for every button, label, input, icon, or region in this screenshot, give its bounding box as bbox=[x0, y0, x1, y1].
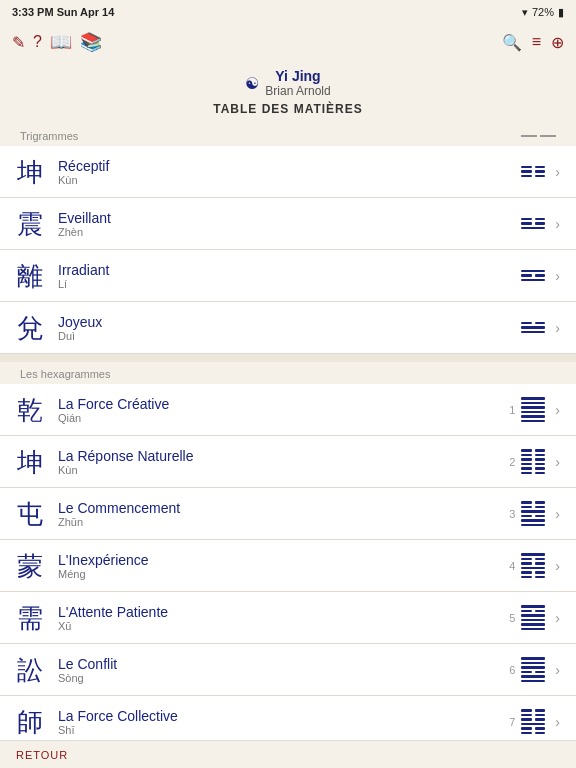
list-item[interactable]: 需 L'Attente Patiente Xū 5 › bbox=[0, 592, 576, 644]
hex-icon bbox=[521, 657, 545, 682]
item-pinyin: Zhūn bbox=[58, 516, 501, 528]
wifi-icon: ▾ bbox=[522, 6, 528, 19]
item-number: 3 bbox=[501, 508, 515, 520]
hex-icon bbox=[521, 501, 545, 526]
list-item[interactable]: 離 Irradiant Lí › bbox=[0, 250, 576, 302]
scroll-area[interactable]: Trigrammes 坤 Réceptif Kùn › 震 Eveillant … bbox=[0, 124, 576, 744]
search-icon[interactable]: 🔍 bbox=[502, 33, 522, 52]
edit-icon[interactable]: ✎ bbox=[12, 33, 25, 52]
item-right: 6 › bbox=[501, 657, 560, 682]
chinese-char: 需 bbox=[12, 605, 48, 631]
item-right: › bbox=[521, 268, 560, 284]
swipe-indicator bbox=[521, 135, 556, 137]
toolbar: ✎ ? 📖 📚 🔍 ≡ ⊕ bbox=[0, 24, 576, 60]
item-right: 2 › bbox=[501, 449, 560, 474]
item-name: La Réponse Naturelle bbox=[58, 448, 501, 464]
chinese-char: 坤 bbox=[12, 449, 48, 475]
item-number: 4 bbox=[501, 560, 515, 572]
chevron-right-icon: › bbox=[555, 402, 560, 418]
list-item[interactable]: 蒙 L'Inexpérience Méng 4 › bbox=[0, 540, 576, 592]
item-name: La Force Collective bbox=[58, 708, 501, 724]
chevron-right-icon: › bbox=[555, 714, 560, 730]
chevron-right-icon: › bbox=[555, 558, 560, 574]
book-open-icon[interactable]: 📖 bbox=[50, 31, 72, 53]
item-right: 1 › bbox=[501, 397, 560, 422]
item-number: 7 bbox=[501, 716, 515, 728]
battery-icon: ▮ bbox=[558, 6, 564, 19]
chinese-char: 離 bbox=[12, 263, 48, 289]
book-author: Brian Arnold bbox=[265, 84, 330, 98]
item-name: Le Conflit bbox=[58, 656, 501, 672]
item-right: › bbox=[521, 164, 560, 180]
bottom-bar: RETOUR bbox=[0, 740, 576, 768]
item-name: Le Commencement bbox=[58, 500, 501, 516]
item-pinyin: Méng bbox=[58, 568, 501, 580]
hex-icon bbox=[521, 605, 545, 630]
chevron-right-icon: › bbox=[555, 320, 560, 336]
list-item[interactable]: 屯 Le Commencement Zhūn 3 › bbox=[0, 488, 576, 540]
item-text: Réceptif Kùn bbox=[48, 158, 521, 186]
chinese-char: 乾 bbox=[12, 397, 48, 423]
item-name: Réceptif bbox=[58, 158, 521, 174]
menu-icon[interactable]: ≡ bbox=[532, 33, 541, 51]
chevron-right-icon: › bbox=[555, 164, 560, 180]
library-icon[interactable]: 📚 bbox=[80, 31, 102, 53]
section-header-trigrammes: Trigrammes bbox=[0, 124, 576, 146]
item-number: 6 bbox=[501, 664, 515, 676]
item-text: Le Conflit Sòng bbox=[48, 656, 501, 684]
chinese-char: 蒙 bbox=[12, 553, 48, 579]
item-right: › bbox=[521, 320, 560, 336]
circle-help-icon[interactable]: ⊕ bbox=[551, 33, 564, 52]
item-pinyin: Sòng bbox=[58, 672, 501, 684]
list-item[interactable]: 乾 La Force Créative Qián 1 › bbox=[0, 384, 576, 436]
list-item[interactable]: 兌 Joyeux Duì › bbox=[0, 302, 576, 354]
chevron-right-icon: › bbox=[555, 216, 560, 232]
item-text: L'Attente Patiente Xū bbox=[48, 604, 501, 632]
chevron-right-icon: › bbox=[555, 610, 560, 626]
item-pinyin: Zhèn bbox=[58, 226, 521, 238]
item-text: La Force Créative Qián bbox=[48, 396, 501, 424]
trigram-icon bbox=[521, 166, 545, 178]
item-pinyin: Kùn bbox=[58, 464, 501, 476]
book-symbol: ☯ bbox=[245, 74, 259, 93]
status-bar: 3:33 PM Sun Apr 14 ▾ 72% ▮ bbox=[0, 0, 576, 24]
section-label-trigrammes: Trigrammes bbox=[20, 130, 78, 142]
item-name: L'Attente Patiente bbox=[58, 604, 501, 620]
retour-button[interactable]: RETOUR bbox=[16, 749, 68, 761]
status-right: ▾ 72% ▮ bbox=[522, 6, 564, 19]
toolbar-left: ✎ ? 📖 📚 bbox=[12, 31, 102, 53]
list-item[interactable]: 師 La Force Collective Shī 7 › bbox=[0, 696, 576, 744]
section-header-hexagrammes: Les hexagrammes bbox=[0, 362, 576, 384]
item-number: 2 bbox=[501, 456, 515, 468]
toc-title: TABLE DES MATIÈRES bbox=[0, 98, 576, 120]
trigram-icon bbox=[521, 322, 545, 334]
item-text: Irradiant Lí bbox=[48, 262, 521, 290]
section-divider bbox=[0, 354, 576, 362]
item-text: La Force Collective Shī bbox=[48, 708, 501, 736]
help-icon[interactable]: ? bbox=[33, 33, 42, 51]
trigram-icon bbox=[521, 270, 545, 282]
item-text: L'Inexpérience Méng bbox=[48, 552, 501, 580]
chevron-right-icon: › bbox=[555, 662, 560, 678]
item-pinyin: Duì bbox=[58, 330, 521, 342]
item-right: 4 › bbox=[501, 553, 560, 578]
item-number: 1 bbox=[501, 404, 515, 416]
item-pinyin: Qián bbox=[58, 412, 501, 424]
item-number: 5 bbox=[501, 612, 515, 624]
item-text: La Réponse Naturelle Kùn bbox=[48, 448, 501, 476]
book-title: Yi Jing bbox=[265, 68, 330, 84]
item-name: Irradiant bbox=[58, 262, 521, 278]
book-header: ☯ Yi Jing Brian Arnold TABLE DES MATIÈRE… bbox=[0, 60, 576, 124]
list-item[interactable]: 訟 Le Conflit Sòng 6 › bbox=[0, 644, 576, 696]
list-item[interactable]: 坤 Réceptif Kùn › bbox=[0, 146, 576, 198]
trigram-icon bbox=[521, 218, 545, 230]
item-right: 3 › bbox=[501, 501, 560, 526]
list-item[interactable]: 震 Eveillant Zhèn › bbox=[0, 198, 576, 250]
toolbar-right: 🔍 ≡ ⊕ bbox=[502, 33, 564, 52]
item-name: Eveillant bbox=[58, 210, 521, 226]
hex-icon bbox=[521, 449, 545, 474]
list-item[interactable]: 坤 La Réponse Naturelle Kùn 2 › bbox=[0, 436, 576, 488]
hex-icon bbox=[521, 397, 545, 422]
item-pinyin: Xū bbox=[58, 620, 501, 632]
chinese-char: 訟 bbox=[12, 657, 48, 683]
